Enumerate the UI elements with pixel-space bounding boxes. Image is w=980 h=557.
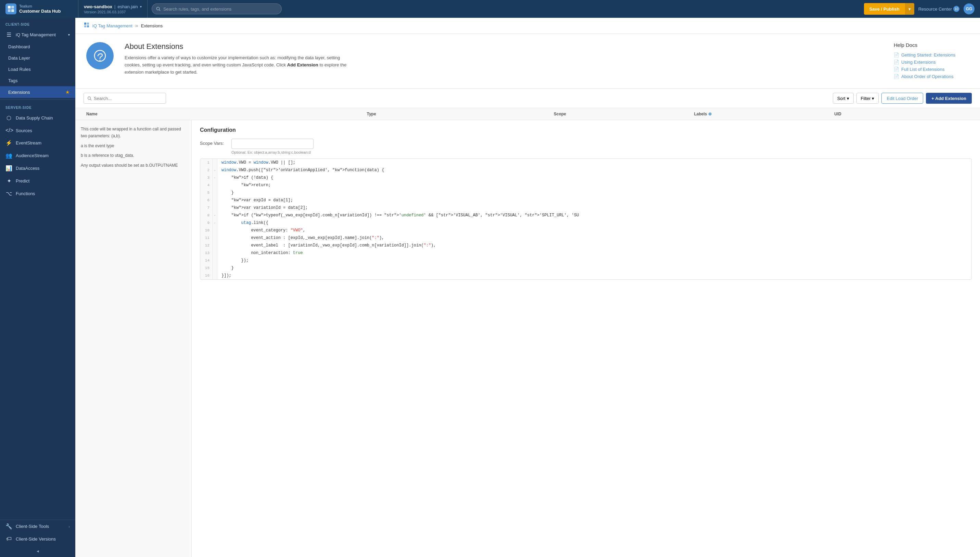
svg-rect-8: [84, 25, 86, 28]
sidebar-item-tags[interactable]: Tags: [0, 75, 75, 86]
sidebar-item-dashboard[interactable]: Dashboard: [0, 41, 75, 52]
code-line: 2-window.VWO.push(["str">'onVariationApp…: [200, 166, 972, 174]
sidebar-item-eventstream[interactable]: ⚡ EventStream: [0, 137, 75, 149]
code-line: 16}]);: [200, 272, 972, 279]
add-extension-button[interactable]: + Add Extension: [926, 93, 972, 104]
about-description: Extensions offer a variety of ways to cu…: [125, 54, 357, 76]
sidebar-item-data-layer[interactable]: Data Layer: [0, 52, 75, 64]
eventstream-icon: ⚡: [5, 140, 12, 146]
col-header-labels: Labels ⊕: [692, 108, 832, 120]
versions-icon: 🏷: [5, 536, 12, 542]
help-link-full-list[interactable]: 📄 Full List of Extensions: [894, 66, 969, 73]
account-version: Version 2021.06.03.1037: [84, 10, 142, 14]
extensions-search[interactable]: [83, 93, 166, 104]
scope-vars-input[interactable]: [231, 138, 314, 149]
about-section: About Extensions Extensions offer a vari…: [75, 34, 980, 89]
sidebar-item-predict[interactable]: ✦ Predict: [0, 174, 75, 187]
breadcrumb-icon: [83, 22, 90, 29]
svg-rect-3: [11, 9, 14, 12]
logo-text: Tealium Customer Data Hub: [19, 4, 60, 14]
code-line: 3- "kw">if (!data) {: [200, 174, 972, 181]
svg-line-13: [90, 99, 92, 100]
star-badge: ★: [65, 90, 70, 95]
sort-chevron-icon: ▾: [847, 96, 849, 101]
resource-center[interactable]: Resource Center 10: [918, 6, 959, 12]
filter-button[interactable]: Filter ▾: [856, 93, 879, 104]
expand-icon: ▾: [68, 33, 70, 37]
search-bar[interactable]: [151, 3, 282, 15]
code-line: 11 event_action : [expId,_vwo_exp[expId]…: [200, 234, 972, 242]
account-name: vwo-sandbox: [84, 4, 112, 9]
server-side-label: SERVER-SIDE: [0, 101, 75, 112]
functions-icon: ⌥: [5, 191, 12, 197]
client-side-label: CLIENT-SIDE: [0, 18, 75, 28]
sidebar-item-dataaccess[interactable]: 📊 DataAccess: [0, 162, 75, 174]
breadcrumb-parent[interactable]: iQ Tag Management: [93, 23, 132, 28]
chevron-right-icon: ›: [68, 524, 70, 529]
sidebar-item-data-supply-chain[interactable]: ⬡ Data Supply Chain: [0, 112, 75, 124]
search-icon: [156, 7, 161, 11]
left-panel-text2: a is the event type: [81, 142, 186, 149]
svg-rect-1: [11, 6, 14, 8]
right-panel: Configuration Scope Vars: Optional. Ex: …: [192, 120, 980, 557]
chevron-down-icon: ▾: [140, 5, 142, 8]
account-section[interactable]: vwo-sandbox | eshan.jain ▾ Version 2021.…: [78, 0, 148, 18]
config-title: Configuration: [200, 127, 972, 133]
sources-icon: </>: [5, 127, 12, 134]
tools-icon: 🔧: [5, 523, 12, 529]
save-publish-button[interactable]: Save / Publish: [864, 3, 905, 15]
col-header-uid: UID: [832, 108, 972, 120]
extensions-search-input[interactable]: [94, 96, 162, 101]
svg-point-4: [156, 7, 159, 10]
menu-icon: ☰: [5, 31, 12, 38]
left-panel: This code will be wrapped in a function …: [75, 120, 192, 557]
sidebar-item-functions[interactable]: ⌥ Functions: [0, 187, 75, 200]
logo-area: Tealium Customer Data Hub: [5, 3, 74, 15]
sidebar-item-extensions[interactable]: Extensions ★: [0, 86, 75, 98]
sidebar-item-client-side-tools[interactable]: 🔧 Client-Side Tools ›: [0, 520, 75, 533]
code-line: 5 }: [200, 189, 972, 197]
breadcrumb: iQ Tag Management » Extensions: [75, 18, 980, 34]
sort-button[interactable]: Sort ▾: [833, 93, 854, 104]
sidebar-item-sources[interactable]: </> Sources: [0, 124, 75, 137]
user-avatar[interactable]: GG: [964, 3, 975, 15]
predict-icon: ✦: [5, 178, 12, 184]
svg-rect-0: [8, 6, 11, 8]
collapse-sidebar-button[interactable]: ◂: [0, 545, 75, 557]
edit-load-order-button[interactable]: Edit Load Order: [881, 93, 923, 104]
split-area: This code will be wrapped in a function …: [75, 120, 980, 557]
sidebar-item-load-rules[interactable]: Load Rules: [0, 64, 75, 75]
breadcrumb-separator: »: [135, 23, 138, 29]
help-link-using-extensions[interactable]: 📄 Using Extensions: [894, 59, 969, 66]
header-right: Save / Publish ▾ Resource Center 10 GG: [864, 3, 975, 15]
about-title: About Extensions: [125, 42, 883, 51]
sidebar-item-iq-tag-management[interactable]: ☰ iQ Tag Management ▾: [0, 28, 75, 41]
svg-line-5: [159, 10, 160, 11]
sidebar-item-client-side-versions[interactable]: 🏷 Client-Side Versions: [0, 533, 75, 545]
sidebar-item-audiencestream[interactable]: 👥 AudienceStream: [0, 149, 75, 162]
help-link-getting-started[interactable]: 📄 Getting Started: Extensions: [894, 51, 969, 59]
svg-point-12: [88, 96, 91, 99]
code-line: 9- utag.link({: [200, 219, 972, 226]
labels-add-icon[interactable]: ⊕: [708, 112, 711, 116]
code-line: 8- "kw">if ("kw">typeof(_vwo_exp[expId].…: [200, 212, 972, 219]
left-panel-text3: b is a reference to utag_data.: [81, 152, 186, 159]
logo-brand: Tealium: [19, 4, 60, 8]
doc-icon: 📄: [894, 60, 899, 65]
col-header-scope: Scope: [551, 108, 692, 120]
sidebar: CLIENT-SIDE ☰ iQ Tag Management ▾ Dashbo…: [0, 18, 75, 557]
toolbar: Sort ▾ Filter ▾ Edit Load Order + Add Ex…: [75, 89, 980, 108]
help-link-order-of-operations[interactable]: 📄 About Order of Operations: [894, 73, 969, 80]
svg-rect-2: [8, 9, 11, 12]
svg-point-11: [99, 60, 101, 61]
scope-vars-label: Scope Vars:: [200, 138, 227, 146]
content-area: iQ Tag Management » Extensions About Ext…: [75, 18, 980, 557]
save-dropdown-button[interactable]: ▾: [905, 3, 914, 15]
about-icon: [86, 42, 114, 70]
left-panel-text4: Any output values should be set as b.OUT…: [81, 162, 186, 169]
code-editor[interactable]: 1window.VWO = window.VWO || [];2-window.…: [200, 158, 972, 280]
doc-icon: 📄: [894, 52, 899, 57]
left-panel-text1: This code will be wrapped in a function …: [81, 125, 186, 140]
search-input[interactable]: [163, 7, 277, 11]
code-line: 13 non_interaction: true: [200, 249, 972, 257]
